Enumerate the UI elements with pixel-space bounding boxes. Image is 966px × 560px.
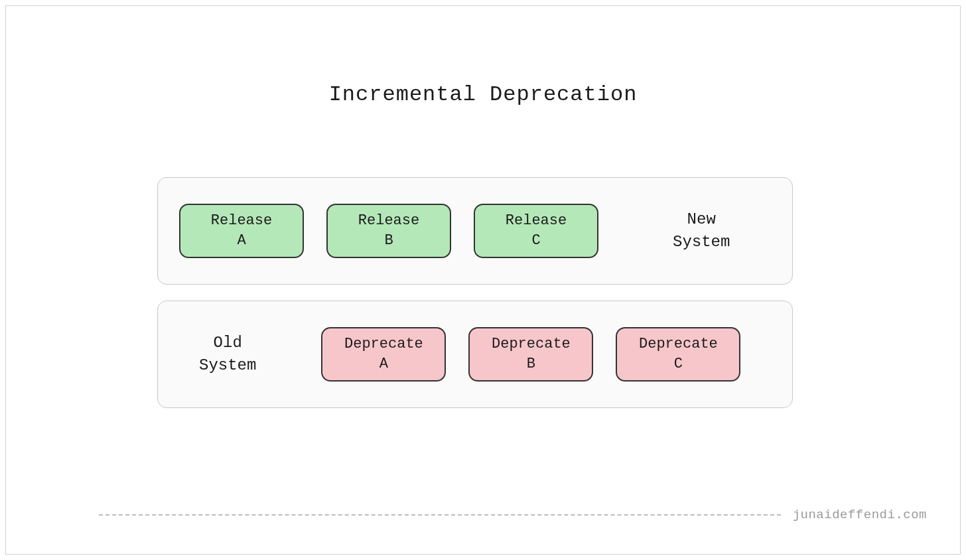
pill-label-line2: A [380, 354, 388, 374]
new-system-label: New System [673, 208, 730, 253]
release-b-pill: Release B [326, 204, 451, 258]
pill-label-line2: C [674, 354, 683, 374]
release-a-pill: Release A [179, 204, 304, 258]
label-line1: New [687, 210, 716, 228]
diagram-frame: Incremental Deprecation Release A Releas… [5, 5, 961, 555]
old-system-label: Old System [199, 332, 256, 376]
deprecate-c-pill: Deprecate C [616, 327, 740, 382]
deprecate-a-pill: Deprecate A [321, 327, 446, 382]
diagram-title: Incremental Deprecation [6, 82, 960, 107]
pill-label-line1: Release [358, 211, 419, 231]
pill-label-line1: Release [506, 211, 567, 231]
label-line2: System [673, 233, 730, 251]
pill-label-line1: Deprecate [492, 334, 571, 354]
footer: junaideffendi.com [99, 508, 927, 522]
release-c-pill: Release C [474, 204, 598, 258]
label-line1: Old [214, 334, 242, 352]
pill-label-line2: B [527, 354, 535, 374]
pill-label-line1: Release [211, 211, 272, 231]
pill-label-line1: Deprecate [639, 334, 718, 354]
old-system-box: Old System Deprecate A Deprecate B Depre… [157, 301, 793, 408]
footer-divider [99, 514, 781, 516]
label-line2: System [199, 356, 256, 374]
pill-label-line2: B [384, 231, 393, 251]
pill-label-line1: Deprecate [344, 334, 423, 354]
deprecate-b-pill: Deprecate B [468, 327, 593, 382]
attribution-text: junaideffendi.com [793, 508, 927, 522]
pill-label-line2: A [237, 231, 245, 251]
new-system-box: Release A Release B Release C New System [157, 177, 793, 285]
pill-label-line2: C [531, 231, 540, 251]
